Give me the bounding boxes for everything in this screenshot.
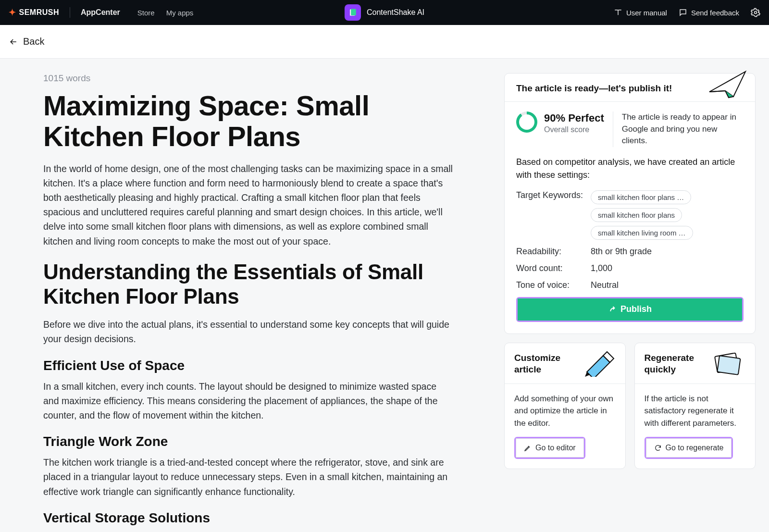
regenerate-card: Regenerate quickly If the article is not… (634, 343, 756, 470)
wordcount-label: Word count: (516, 263, 591, 273)
settings-button[interactable] (751, 8, 760, 17)
regenerate-highlight: Go to regenerate (645, 437, 733, 459)
article-p3: The kitchen work triangle is a tried-and… (43, 455, 454, 499)
topbar-right: User manual Send feedback (614, 8, 760, 17)
editor-highlight: Go to editor (514, 437, 585, 459)
publish-label: Publish (620, 304, 652, 314)
arrow-left-icon (9, 37, 18, 47)
svg-rect-4 (717, 356, 740, 375)
keywords-row: Target Keywords: small kitchen floor pla… (516, 190, 744, 240)
customize-title: Customize article (514, 352, 577, 375)
refresh-icon (654, 444, 662, 452)
regenerate-desc: If the article is not satisfactory regen… (645, 393, 746, 430)
word-count: 1015 words (43, 73, 454, 84)
based-on-text: Based on competitor analysis, we have cr… (516, 156, 744, 182)
nav-links: Store My apps (137, 9, 194, 17)
tone-row: Tone of voice: Neutral (516, 280, 744, 290)
pencil-illustration-icon (582, 351, 616, 377)
article-title: Maximizing Space: Small Kitchen Floor Pl… (43, 90, 454, 152)
share-arrow-icon (608, 305, 617, 314)
score-row: 90% Perfect Overall score The article is… (516, 111, 744, 147)
send-feedback-label: Send feedback (691, 9, 739, 17)
keywords-label: Target Keywords: (516, 190, 591, 240)
tone-label: Tone of voice: (516, 280, 591, 290)
sidebar-column: The article is ready—let's publish it! 9… (497, 59, 769, 532)
main: 1015 words Maximizing Space: Small Kitch… (0, 59, 769, 532)
readability-value: 8th or 9th grade (591, 247, 652, 257)
readability-label: Readability: (516, 247, 591, 257)
brand-text: SEMRUSH (19, 8, 60, 17)
score-label: Overall score (544, 125, 604, 135)
book-icon (614, 8, 622, 17)
wordcount-row: Word count: 1,000 (516, 263, 744, 273)
flame-icon: ✦ (9, 7, 16, 18)
user-manual-label: User manual (626, 9, 667, 17)
brand-group: ✦ SEMRUSH AppCenter (9, 7, 120, 18)
readability-row: Readability: 8th or 9th grade (516, 247, 744, 257)
keyword-chip[interactable]: small kitchen living room … (591, 226, 693, 240)
article-intro: In the world of home design, one of the … (43, 161, 454, 248)
panel-title: The article is ready—let's publish it! (516, 83, 672, 93)
publish-panel: The article is ready—let's publish it! 9… (504, 73, 756, 334)
vertical-divider (70, 7, 70, 18)
panel-body: 90% Perfect Overall score The article is… (505, 102, 755, 334)
svg-rect-1 (351, 9, 356, 16)
publish-highlight: Publish (516, 297, 744, 322)
go-to-editor-button[interactable]: Go to editor (516, 438, 584, 458)
publish-button[interactable]: Publish (518, 298, 742, 321)
go-to-regenerate-button[interactable]: Go to regenerate (646, 438, 732, 458)
back-label: Back (23, 36, 44, 47)
regenerate-label: Go to regenerate (666, 444, 724, 452)
score-description: The article is ready to appear in Google… (622, 111, 744, 147)
subheading-1: Efficient Use of Space (43, 358, 454, 373)
gear-icon (751, 8, 760, 17)
nav-myapps[interactable]: My apps (166, 9, 194, 17)
subheading-3: Vertical Storage Solutions (43, 510, 454, 526)
section-heading-1: Understanding the Essentials of Small Ki… (43, 260, 454, 309)
svg-point-2 (755, 12, 757, 14)
user-manual-link[interactable]: User manual (614, 8, 667, 17)
panel-header: The article is ready—let's publish it! (505, 74, 755, 102)
score-text: 90% Perfect Overall score (544, 111, 604, 135)
action-cards: Customize article Add something of your … (504, 343, 756, 470)
keyword-chip[interactable]: small kitchen floor plans (591, 208, 682, 222)
tone-value: Neutral (591, 280, 619, 290)
keyword-chip[interactable]: small kitchen floor plans … (591, 190, 691, 204)
wordcount-value: 1,000 (591, 263, 612, 273)
keywords-wrap: small kitchen floor plans … small kitche… (591, 190, 744, 240)
score-ring-icon (516, 111, 537, 133)
score-value: 90% Perfect (544, 111, 604, 125)
article-p2: In a small kitchen, every inch counts. T… (43, 379, 454, 423)
editor-label: Go to editor (535, 444, 576, 452)
regenerate-title: Regenerate quickly (645, 352, 705, 375)
semrush-logo[interactable]: ✦ SEMRUSH (9, 7, 59, 18)
score-divider (613, 111, 613, 147)
send-feedback-link[interactable]: Send feedback (679, 8, 739, 17)
current-app[interactable]: ContentShake AI (345, 4, 424, 21)
pages-illustration-icon (709, 351, 745, 377)
nav-store[interactable]: Store (137, 9, 155, 17)
subheading-2: Triangle Work Zone (43, 434, 454, 449)
appcenter-link[interactable]: AppCenter (81, 8, 120, 17)
backbar: Back (0, 25, 769, 59)
customize-desc: Add something of your own and optimize t… (514, 393, 616, 430)
edit-icon (524, 444, 532, 452)
topbar: ✦ SEMRUSH AppCenter Store My apps Conten… (0, 0, 769, 25)
message-icon (679, 8, 687, 17)
customize-card: Customize article Add something of your … (504, 343, 626, 470)
app-icon (345, 4, 361, 21)
back-button[interactable]: Back (9, 36, 44, 47)
paper-plane-icon (707, 68, 750, 101)
app-name: ContentShake AI (367, 8, 424, 17)
article-p1: Before we dive into the actual plans, it… (43, 317, 454, 346)
article-column: 1015 words Maximizing Space: Small Kitch… (0, 59, 497, 532)
